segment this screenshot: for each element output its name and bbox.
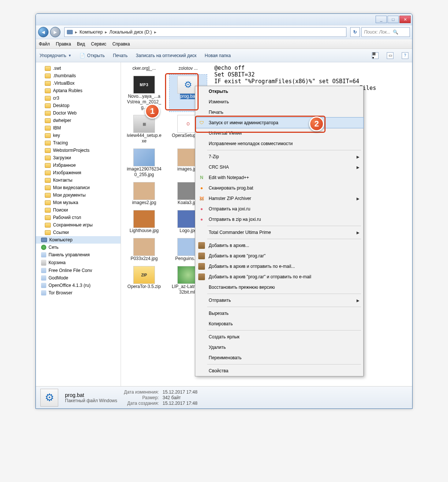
- file-item[interactable]: Lighthouse.jpg: [125, 209, 163, 235]
- maximize-button[interactable]: □: [388, 16, 399, 23]
- ctx-notepadpp[interactable]: NEdit with Notepad++: [195, 172, 363, 183]
- tree-folder[interactable]: key: [36, 132, 121, 139]
- tree-folder[interactable]: Ссылки: [36, 229, 121, 236]
- file-item[interactable]: zolotov ...: [169, 65, 207, 72]
- tree-folder[interactable]: IBM: [36, 124, 121, 132]
- menu-file[interactable]: Файл: [39, 41, 50, 47]
- nav-tree[interactable]: .swt .thumbnails .VirtualBox Aptana Rubl…: [36, 62, 121, 386]
- tree-folder[interactable]: Doctor Web: [36, 109, 121, 117]
- menu-tools[interactable]: Сервис: [91, 41, 106, 47]
- tree-recycle-bin[interactable]: Корзина: [36, 259, 121, 267]
- preview-pane-button[interactable]: ▭: [387, 52, 393, 59]
- joxi-icon: ●: [198, 216, 205, 223]
- file-item[interactable]: cker.org]_...: [125, 65, 163, 72]
- address-bar[interactable]: ▸ Компьютер ▸ Локальный диск (D:) ▸: [64, 27, 346, 37]
- tree-folder[interactable]: Загрузки: [36, 154, 121, 162]
- tree-shortcut[interactable]: GodMode: [36, 274, 121, 282]
- tree-folder[interactable]: Поиски: [36, 206, 121, 214]
- ctx-open[interactable]: Открыть: [195, 86, 363, 97]
- tree-shortcut[interactable]: Tor Browser: [36, 289, 121, 297]
- tb-newfolder[interactable]: Новая папка: [205, 53, 231, 58]
- status-filename: prog.bat: [65, 392, 117, 398]
- ctx-delete[interactable]: Удалить: [195, 342, 363, 353]
- ctx-rename[interactable]: Переименовать: [195, 353, 363, 363]
- tree-shortcut[interactable]: OpenOffice 4.1.3 (ru): [36, 282, 121, 289]
- tb-open[interactable]: 📄 Открыть: [80, 53, 105, 58]
- ctx-joxi-zip[interactable]: ●Отправить в zip на joxi.ru: [195, 214, 363, 225]
- tb-burn[interactable]: Записать на оптический диск: [136, 53, 197, 58]
- minimize-button[interactable]: _: [376, 16, 387, 23]
- ctx-sendto[interactable]: Отправить▶: [195, 295, 363, 306]
- menu-edit[interactable]: Правка: [56, 41, 71, 47]
- ctx-rar-email[interactable]: Добавить в архив и отправить по e-mail..…: [195, 261, 363, 272]
- context-menu: Открыть Изменить Печать 🛡Запуск от имени…: [195, 86, 364, 376]
- ctx-shortcut[interactable]: Создать ярлык: [195, 332, 363, 342]
- file-item[interactable]: ZIPOperaTor-3.5.zip: [125, 265, 163, 296]
- winrar-icon: [198, 242, 205, 249]
- ctx-hamster[interactable]: 🐹Hamster ZIP Archiver▶: [195, 193, 363, 204]
- tb-print[interactable]: Печать: [113, 53, 127, 58]
- tree-folder[interactable]: dwhelper: [36, 117, 121, 124]
- close-button[interactable]: ✕: [399, 16, 411, 23]
- ctx-restore-prev[interactable]: Восстановить прежнюю версию: [195, 282, 363, 292]
- winrar-icon: [198, 253, 205, 259]
- ctx-crc[interactable]: CRC SHA▶: [195, 162, 363, 172]
- tree-folder[interactable]: Контакты: [36, 176, 121, 184]
- nav-back-button[interactable]: ◄: [38, 27, 49, 37]
- file-item[interactable]: image1290762340_255.jpg: [125, 147, 163, 179]
- ctx-rar-named-email[interactable]: Добавить в архив "prog.rar" и отправить …: [195, 272, 363, 282]
- tree-network[interactable]: Сеть: [36, 244, 121, 251]
- tree-folder[interactable]: Aptana Rubles: [36, 87, 121, 94]
- winrar-icon: [198, 263, 205, 270]
- crumb-computer[interactable]: Компьютер: [80, 29, 103, 35]
- ctx-compat[interactable]: Исправление неполадок совместимости: [195, 138, 363, 149]
- ctx-rar-add-named[interactable]: Добавить в архив "prog.rar": [195, 251, 363, 261]
- tree-folder[interactable]: Избранное: [36, 162, 121, 169]
- crumb-drive[interactable]: Локальный диск (D:): [109, 29, 152, 35]
- tree-folder[interactable]: Моя музыка: [36, 199, 121, 206]
- tree-computer[interactable]: Компьютер: [36, 236, 121, 244]
- ctx-scan[interactable]: ●Сканировать prog.bat: [195, 183, 363, 193]
- file-item[interactable]: ▦iview444_setup.exe: [125, 114, 163, 145]
- tree-folder[interactable]: Рабочий стол: [36, 214, 121, 221]
- help-button[interactable]: ?: [402, 52, 408, 59]
- ctx-universal-viewer[interactable]: Universal Viewer: [195, 128, 363, 138]
- tree-folder[interactable]: Tracing: [36, 139, 121, 147]
- ctx-rar-add[interactable]: Добавить в архив...: [195, 240, 363, 251]
- ctx-cut[interactable]: Вырезать: [195, 308, 363, 319]
- shield-icon: 🛡: [198, 119, 205, 126]
- gear-icon: ⚙: [40, 389, 58, 407]
- view-mode-button[interactable]: ▦ ▾: [372, 52, 379, 59]
- tree-folder[interactable]: Изображения: [36, 169, 121, 176]
- tree-folder[interactable]: Мои документы: [36, 191, 121, 199]
- hamster-icon: 🐹: [198, 195, 205, 202]
- ctx-print[interactable]: Печать: [195, 107, 363, 118]
- tree-folder[interactable]: Сохраненные игры: [36, 221, 121, 229]
- tb-organize[interactable]: Упорядочить▼: [40, 53, 71, 58]
- menu-view[interactable]: Вид: [77, 41, 85, 47]
- tree-folder[interactable]: Desktop: [36, 102, 121, 109]
- ctx-edit[interactable]: Изменить: [195, 97, 363, 107]
- tree-folder[interactable]: .swt: [36, 65, 121, 72]
- file-item[interactable]: images2.jpg: [125, 181, 163, 207]
- tree-folder[interactable]: cr3: [36, 94, 121, 102]
- refresh-button[interactable]: ↻: [350, 27, 360, 37]
- file-item[interactable]: P033x2z4.jpg: [125, 237, 163, 263]
- ctx-run-as-admin[interactable]: 🛡Запуск от имени администратора: [195, 118, 363, 128]
- tree-folder[interactable]: Мои видеозаписи: [36, 184, 121, 191]
- ctx-properties[interactable]: Свойства: [195, 366, 363, 376]
- ctx-tcup[interactable]: Total Commander Ultima Prime▶: [195, 227, 363, 238]
- status-bar: ⚙ prog.bat Пакетный файл Windows Дата из…: [36, 386, 412, 409]
- tree-folder[interactable]: WebstormProjects: [36, 147, 121, 154]
- tree-control-panel[interactable]: Панель управления: [36, 251, 121, 259]
- ctx-7zip[interactable]: 7-Zip▶: [195, 151, 363, 162]
- tree-folder[interactable]: .thumbnails: [36, 72, 121, 79]
- menu-bar: Файл Правка Вид Сервис Справка: [36, 39, 412, 49]
- drive-icon: [67, 30, 73, 34]
- tree-shortcut[interactable]: Free Online File Conv: [36, 267, 121, 274]
- search-input[interactable]: Поиск: Лок... 🔍: [361, 27, 410, 37]
- ctx-copy[interactable]: Копировать: [195, 319, 363, 329]
- ctx-joxi-send[interactable]: ●Отправить на joxi.ru: [195, 204, 363, 214]
- tree-folder[interactable]: .VirtualBox: [36, 79, 121, 87]
- menu-help[interactable]: Справка: [112, 41, 130, 47]
